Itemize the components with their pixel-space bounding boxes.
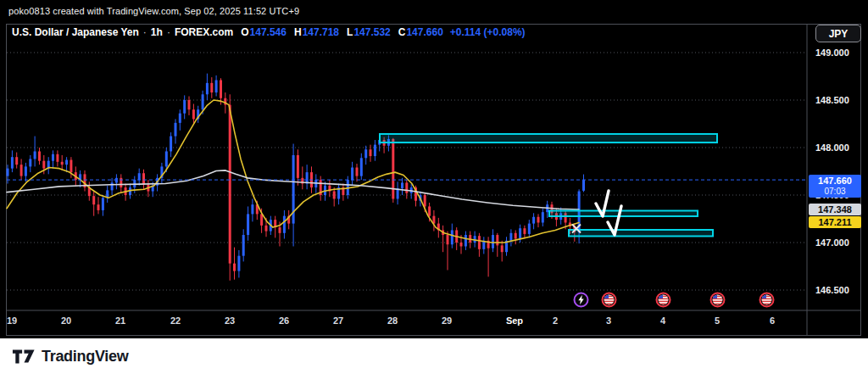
time-tick-label: 6 (770, 315, 775, 326)
exchange-label: FOREX.com (175, 26, 233, 38)
high-value: 147.718 (303, 26, 339, 38)
time-tick-label: 28 (387, 315, 398, 326)
symbol-title[interactable]: U.S. Dollar / Japanese Yen (12, 26, 139, 38)
bottom-brand-bar: TradingView (0, 338, 868, 374)
time-tick-label: 23 (225, 315, 235, 326)
currency-button[interactable]: JPY (815, 25, 861, 42)
tradingview-logo-icon (12, 349, 36, 365)
open-value: 147.546 (250, 26, 287, 38)
low-value: 147.532 (353, 26, 390, 38)
time-tick-label: Sep (506, 315, 523, 326)
open-letter: O (241, 26, 248, 38)
separator-dot: · (143, 26, 147, 38)
time-tick-label: 20 (61, 315, 71, 326)
price-tick-label: 146.500 (815, 285, 849, 295)
time-tick-label: 19 (7, 315, 17, 326)
price-tick-label: 149.000 (815, 47, 849, 58)
bar-countdown: 07:03 (809, 187, 861, 196)
credit-text: poko0813 created with TradingView.com, S… (8, 6, 299, 16)
last-price-badge: 147.660 07:03 (809, 175, 861, 198)
ma-fast-price-badge: 147.211 (809, 216, 861, 228)
us-economic-event-flag-icon[interactable] (709, 292, 726, 308)
chart-frame (6, 24, 861, 336)
symbol-header[interactable]: U.S. Dollar / Japanese Yen · 1h · FOREX.… (12, 25, 526, 39)
time-tick-label: 5 (715, 315, 720, 326)
tradingview-logo[interactable]: TradingView (12, 348, 128, 366)
price-tick-label: 148.000 (815, 142, 849, 153)
time-tick-label: 21 (115, 315, 125, 326)
time-tick-label: 3 (606, 315, 611, 326)
close-letter: C (398, 26, 406, 38)
change-value: +0.114 (+0.08%) (450, 26, 526, 38)
price-tick-label: 147.000 (815, 237, 849, 248)
last-price-value: 147.660 (809, 175, 861, 187)
separator-dot: · (167, 26, 170, 38)
time-tick-label: 26 (279, 315, 289, 326)
us-economic-event-flag-icon[interactable] (601, 292, 617, 308)
ma-slow-price-badge: 147.348 (809, 204, 861, 215)
close-value: 147.660 (406, 26, 442, 38)
tradingview-screenshot: poko0813 created with TradingView.com, S… (0, 0, 868, 374)
time-tick-label: 22 (170, 315, 181, 326)
tradingview-logo-text: TradingView (42, 348, 128, 366)
time-tick-label: 4 (660, 315, 665, 326)
low-letter: L (347, 26, 353, 38)
price-tick-label: 148.500 (815, 95, 849, 105)
us-economic-event-flag-icon[interactable] (655, 292, 671, 308)
us-economic-event-flag-icon[interactable] (759, 292, 775, 308)
time-tick-label: 2 (553, 315, 558, 326)
interval-label[interactable]: 1h (151, 26, 163, 38)
time-tick-label: 27 (333, 315, 343, 326)
economic-event-lightning-icon[interactable] (573, 292, 589, 308)
time-tick-label: 29 (442, 315, 452, 326)
high-letter: H (294, 26, 302, 38)
